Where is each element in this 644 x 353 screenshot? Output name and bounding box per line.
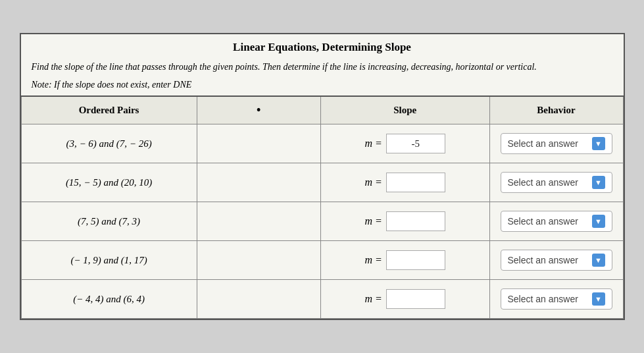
slope-cell: m = [320,163,489,202]
slope-input[interactable] [386,250,445,270]
main-table: Ordered Pairs • Slope Behavior (3, − 6) … [21,95,624,319]
table-row: (− 4, 4) and (6, 4)m =Select an answer▼ [21,280,623,319]
select-dropdown-icon: ▼ [592,137,605,150]
behavior-select[interactable]: Select an answer▼ [501,250,612,271]
ordered-pair-text: (− 4, 4) and (6, 4) [73,294,145,304]
ordered-pair-cell: (15, − 5) and (20, 10) [21,163,197,202]
slope-input[interactable] [386,289,445,309]
table-row: (3, − 6) and (7, − 26)m =Select an answe… [21,124,623,163]
select-answer-text: Select an answer [508,138,578,149]
header-behavior: Behavior [489,96,623,124]
m-label: m = [364,176,382,188]
select-dropdown-icon: ▼ [592,215,605,228]
table-row: (− 1, 9) and (1, 17)m =Select an answer▼ [21,241,623,280]
m-label: m = [364,254,382,266]
slope-cell: m = [320,124,489,163]
m-label: m = [364,215,382,227]
select-answer-text: Select an answer [508,294,578,304]
ordered-pair-cell: (− 1, 9) and (1, 17) [21,241,197,280]
slope-input[interactable] [386,211,445,231]
behavior-cell: Select an answer▼ [489,280,623,319]
main-container: Linear Equations, Determining Slope Find… [20,33,625,321]
ordered-pair-text: (− 1, 9) and (1, 17) [70,255,147,265]
ordered-pair-text: (3, − 6) and (7, − 26) [66,138,151,149]
table-row: (7, 5) and (7, 3)m =Select an answer▼ [21,202,623,241]
table-row: (15, − 5) and (20, 10)m =Select an answe… [21,163,623,202]
behavior-cell: Select an answer▼ [489,124,623,163]
select-answer-text: Select an answer [508,255,578,265]
select-answer-text: Select an answer [508,177,578,188]
middle-dot-col [197,280,320,319]
note-text: Note: If the slope does not exist, enter… [21,78,624,95]
slope-input[interactable] [386,173,445,192]
m-label: m = [364,293,382,305]
select-answer-text: Select an answer [508,216,578,227]
page-title: Linear Equations, Determining Slope [21,34,624,58]
ordered-pair-cell: (− 4, 4) and (6, 4) [21,280,197,319]
behavior-select[interactable]: Select an answer▼ [501,211,612,232]
instructions-text: Find the slope of the line that passes t… [21,58,624,79]
middle-dot-col [197,163,320,202]
slope-cell: m = [320,280,489,319]
ordered-pair-text: (15, − 5) and (20, 10) [66,177,152,188]
ordered-pair-cell: (3, − 6) and (7, − 26) [21,124,197,163]
behavior-select[interactable]: Select an answer▼ [501,133,612,154]
select-dropdown-icon: ▼ [592,176,605,189]
header-slope: Slope [320,96,489,124]
behavior-select[interactable]: Select an answer▼ [501,288,612,310]
ordered-pair-cell: (7, 5) and (7, 3) [21,202,197,241]
m-label: m = [364,138,382,149]
behavior-cell: Select an answer▼ [489,241,623,280]
ordered-pair-text: (7, 5) and (7, 3) [78,216,140,227]
slope-input[interactable] [386,134,445,153]
behavior-cell: Select an answer▼ [489,163,623,202]
middle-dot-col [197,241,320,280]
header-ordered-pairs: Ordered Pairs [21,96,197,124]
header-dot: • [197,96,320,124]
middle-dot-col [197,202,320,241]
slope-cell: m = [320,241,489,280]
behavior-cell: Select an answer▼ [489,202,623,241]
select-dropdown-icon: ▼ [592,254,605,267]
behavior-select[interactable]: Select an answer▼ [501,172,612,193]
slope-cell: m = [320,202,489,241]
select-dropdown-icon: ▼ [592,292,605,306]
middle-dot-col [197,124,320,163]
